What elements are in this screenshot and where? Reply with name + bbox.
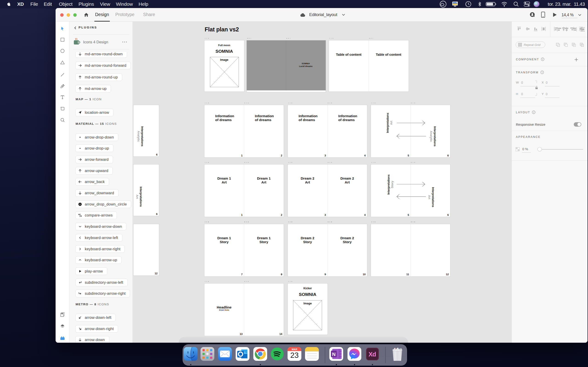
svg-text:23: 23 <box>290 351 299 359</box>
svg-text:MAR: MAR <box>292 348 297 351</box>
svg-text:N: N <box>332 352 336 357</box>
svg-text:Xd: Xd <box>368 351 376 358</box>
